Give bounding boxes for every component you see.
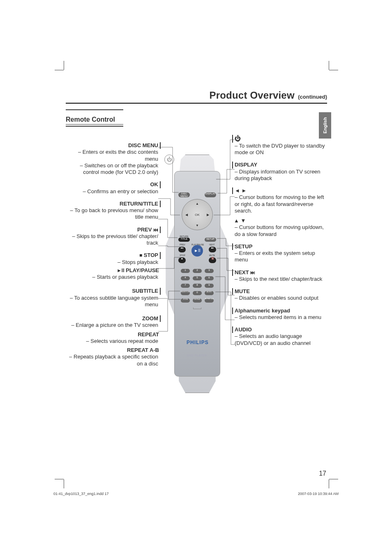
remote-bracket: [193, 308, 201, 309]
section-heading: Remote Control: [66, 116, 327, 123]
callout-label: RETURN/TITLE: [66, 201, 161, 207]
callout-next: NEXT ⏭ – Skips to the next title/ chapte…: [235, 269, 327, 283]
callout-label: NEXT ⏭: [232, 269, 327, 276]
callout-label: ■ STOP: [66, 252, 161, 259]
callout-setup: SETUP – Enters or exits the system setup…: [235, 243, 327, 264]
power-icon: ⏻: [232, 135, 327, 143]
callout-left-right: ◄ ► – Cursor buttons for moving to the l…: [235, 187, 327, 214]
remote-key-0: 0: [193, 291, 202, 295]
remote-zoom-button: ZOOM: [181, 298, 190, 303]
callout-prev: PREV ⏮ – Skips to the previous title/ ch…: [66, 227, 158, 247]
callout-desc: – Selects an audio language (DVD/VCD) or…: [235, 333, 327, 347]
callout-desc: – Repeats playback a specific section on…: [66, 354, 158, 367]
crop-mark: [55, 479, 64, 479]
remote-diagram: DISC MENU – Enters or exits the disc con…: [66, 131, 327, 435]
callout-desc: – Disables or enables sound output: [235, 295, 327, 301]
callout-desc: – Selects various repeat mode: [66, 338, 158, 345]
divider: [66, 126, 123, 127]
remote-key-5: 5: [193, 276, 202, 280]
callout-label-text: STOP: [142, 252, 158, 258]
callout-label: AUDIO: [232, 326, 327, 333]
remote-setup-button: SETUP: [205, 238, 216, 242]
callout-power: ⏻ – To switch the DVD player to standby …: [235, 135, 327, 156]
callout-desc: – Enters or exits the disc contents menu: [66, 149, 158, 162]
callout-label: Alphanumeric keypad: [232, 308, 327, 314]
callout-desc: – Cursor buttons for moving up/down, do …: [235, 224, 327, 238]
remote-stop-label: STOP: [178, 254, 187, 257]
crop-mark: [64, 479, 64, 488]
callout-keypad: Alphanumeric keypad – Selects numbered i…: [235, 308, 327, 321]
callout-label-text: PREV: [137, 227, 153, 233]
callout-desc: – Selects numbered items in a menu: [235, 314, 327, 321]
remote-control-image: ⏻ DISC MENU DISPLAY OK ▲ ▼ ◀ ▶ RETURN TI…: [164, 155, 230, 393]
callout-label: DISC MENU: [66, 142, 161, 149]
callout-desc: – Cursor buttons for moving to the left …: [235, 194, 327, 214]
callout-desc: – To go back to previous menu/ show titl…: [66, 207, 158, 221]
next-icon: ⏭: [250, 270, 255, 275]
remote-key-6: 6: [205, 276, 214, 280]
divider: [66, 109, 123, 110]
callout-repeat-ab: REPEAT A-B – Repeats playback a specific…: [66, 347, 158, 367]
callout-label: REPEAT A-B: [66, 347, 161, 354]
callout-stop: ■ STOP – Stops playback: [66, 252, 158, 266]
callout-repeat: REPEAT – Selects various repeat mode: [66, 331, 158, 345]
callout-desc: – Skips to the next title/ chapter/track: [235, 276, 327, 282]
remote-display-button: DISPLAY: [205, 192, 216, 197]
page-title: Product Overview: [210, 90, 295, 101]
remote-ok-button: OK: [195, 213, 200, 217]
callout-label: ZOOM: [66, 315, 161, 322]
callout-desc: – Switches on or off the playback contro…: [66, 162, 158, 176]
remote-key-4: 4: [181, 276, 190, 280]
remote-mute-button: 🔇: [209, 257, 216, 263]
callout-label: OK: [66, 181, 161, 188]
remote-key-7: 7: [181, 284, 190, 288]
callout-up-down: ▲ ▼ – Cursor buttons for moving up/down,…: [235, 217, 327, 238]
right-callouts: ⏻ – To switch the DVD player to standby …: [235, 131, 327, 352]
callout-mute: MUTE – Disables or enables sound output: [235, 288, 327, 302]
page-title-row: Product Overview (continued): [66, 90, 327, 104]
remote-disc-menu-button: DISC MENU: [178, 192, 190, 197]
callout-disc-menu: DISC MENU – Enters or exits the disc con…: [66, 142, 158, 176]
crop-mark: [329, 70, 338, 70]
remote-dpad: OK ▲ ▼ ◀ ▶: [182, 199, 213, 230]
remote-brand-logo: PHILIPS: [187, 340, 209, 345]
left-arrow-icon: ◀: [185, 213, 188, 217]
footer-filename: 01-41_dvp1013_37_eng1.indd 17: [53, 492, 109, 496]
remote-subtitle-button: SUBTITLE: [181, 291, 190, 295]
callout-label: PREV ⏮: [66, 227, 161, 233]
remote-next-label: NEXT: [208, 243, 216, 246]
page: Product Overview (continued) English Rem…: [0, 0, 392, 555]
remote-title-button: TITLE: [178, 238, 190, 242]
callout-label-text: NEXT: [235, 269, 250, 275]
footer-timestamp: 2007-03-19 10:39:44 AM: [298, 492, 339, 496]
callout-desc: – Confirms an entry or selection: [66, 188, 158, 195]
callout-desc: – Enlarge a picture on the TV screen: [66, 322, 158, 328]
callout-subtitle: SUBTITLE – To access subtitle language s…: [66, 288, 158, 308]
callout-label: SUBTITLE: [66, 288, 161, 294]
remote-stop-button: ■: [178, 257, 186, 263]
down-arrow-icon: ▼: [196, 224, 199, 227]
callout-ok: OK – Confirms an entry or selection: [66, 181, 158, 195]
remote-player-label: DVD PLAYER: [187, 354, 207, 357]
callout-desc: – Skips to the previous title/ chapter/ …: [66, 233, 158, 247]
remote-key-9: 9: [205, 284, 214, 288]
remote-key-3: 3: [205, 269, 214, 273]
remote-repeat-ab-button: REPEAT A-B: [205, 298, 214, 303]
callout-desc: – Enters or exits the system setup menu: [235, 250, 327, 264]
remote-next-button: ⏭: [209, 247, 216, 252]
crop-mark: [329, 61, 329, 70]
divider: [66, 124, 123, 125]
remote-prev-label: PREV: [178, 243, 187, 246]
remote-repeat-button: REPEAT: [193, 298, 202, 303]
callout-desc: – To switch the DVD player to standby mo…: [235, 143, 327, 156]
callout-desc: – To access subtitle language system men…: [66, 295, 158, 308]
callout-label: ►II PLAY/PAUSE: [66, 267, 161, 274]
remote-power-button: ⏻: [164, 155, 174, 164]
page-title-continued: (continued): [298, 94, 327, 100]
content-area: Product Overview (continued) English Rem…: [66, 90, 327, 476]
callout-label: DISPLAY: [232, 162, 327, 168]
callout-desc: – Starts or pauses playback: [66, 274, 158, 280]
crop-mark: [329, 479, 338, 479]
callout-label-text: PLAY/PAUSE: [124, 267, 159, 273]
callout-play-pause: ►II PLAY/PAUSE – Starts or pauses playba…: [66, 267, 158, 281]
